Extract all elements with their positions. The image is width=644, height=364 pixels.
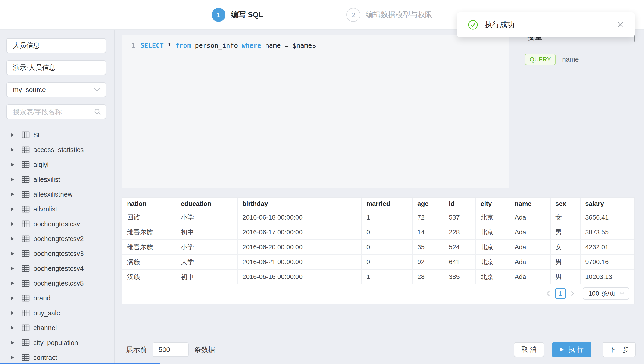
- step-write-sql[interactable]: 1 编写 SQL: [212, 8, 263, 22]
- sidebar-table-item[interactable]: allesxilistnew: [0, 187, 114, 202]
- sql-editor[interactable]: 1SELECT * from person_info where name = …: [122, 35, 509, 188]
- execute-label: 执 行: [568, 345, 584, 354]
- app-window: 1 编写 SQL 2 编辑数据模型与权限 my_source: [0, 0, 644, 364]
- sql-token: where: [242, 41, 261, 50]
- table-cell: 北京: [476, 240, 510, 255]
- caret-right-icon[interactable]: [11, 311, 14, 315]
- table-cell: 0: [362, 255, 412, 269]
- row-limit-input[interactable]: [152, 342, 189, 357]
- table-tree: SF access_statistics: [0, 127, 114, 364]
- table-cell: 2016-06-17 00:00:00: [238, 225, 362, 240]
- table-cell: 385: [444, 269, 476, 284]
- sql-token: from: [176, 41, 191, 50]
- step-1-label: 编写 SQL: [231, 10, 263, 20]
- toast-close-button[interactable]: [616, 21, 624, 29]
- caret-right-icon[interactable]: [11, 326, 14, 330]
- sidebar-table-item[interactable]: SF: [0, 127, 114, 142]
- caret-right-icon[interactable]: [11, 207, 14, 211]
- sidebar-table-item[interactable]: aiqiyi: [0, 157, 114, 172]
- caret-right-icon[interactable]: [11, 133, 14, 137]
- display-name-input[interactable]: [6, 60, 106, 75]
- table-name-label: access_statistics: [33, 146, 84, 154]
- table-icon: [22, 250, 30, 257]
- sidebar-table-item[interactable]: bochengtestcsv4: [0, 261, 114, 276]
- column-header: education: [176, 198, 238, 210]
- sidebar-table-item[interactable]: allesxilist: [0, 172, 114, 187]
- table-name-label: bochengtestcsv4: [33, 265, 84, 272]
- column-header: id: [444, 198, 476, 210]
- table-name-label: allvmlist: [33, 206, 57, 213]
- page-size-select[interactable]: 100 条/页: [583, 287, 629, 300]
- column-header: sex: [550, 198, 580, 210]
- variable-type-tag: QUERY: [525, 54, 556, 65]
- table-cell: 大学: [176, 255, 238, 269]
- sidebar: my_source: [0, 30, 114, 364]
- search-icon: [94, 108, 101, 116]
- table-cell: 北京: [476, 269, 510, 284]
- next-page-button[interactable]: [568, 288, 577, 299]
- caret-right-icon[interactable]: [11, 192, 14, 196]
- pagination: 1 100 条/页: [544, 287, 629, 300]
- table-row: 维吾尔族小学2016-06-20 00:00:00035524北京Ada女423…: [122, 240, 634, 255]
- execute-button[interactable]: 执 行: [552, 342, 592, 357]
- next-step-button[interactable]: 下一步: [602, 342, 636, 357]
- column-header: married: [362, 198, 412, 210]
- prev-page-button[interactable]: [544, 288, 553, 299]
- table-cell: 2016-06-21 00:00:00: [238, 255, 362, 269]
- results-card: nation education birthday married age id: [122, 197, 634, 304]
- table-cell: 14: [412, 225, 444, 240]
- table-cell: 28: [412, 269, 444, 284]
- caret-right-icon[interactable]: [11, 177, 14, 181]
- sidebar-table-item[interactable]: brand: [0, 291, 114, 306]
- table-cell: 男: [550, 255, 580, 269]
- caret-right-icon[interactable]: [11, 281, 14, 285]
- sidebar-table-item[interactable]: contract: [0, 350, 114, 364]
- sidebar-table-item[interactable]: access_statistics: [0, 142, 114, 157]
- chevron-right-icon: [570, 290, 575, 297]
- sidebar-table-item[interactable]: allvmlist: [0, 202, 114, 217]
- table-cell: 男: [550, 269, 580, 284]
- caret-right-icon[interactable]: [11, 162, 14, 167]
- table-name-label: bochengtestcsv5: [33, 280, 84, 287]
- datasource-select[interactable]: my_source: [6, 82, 106, 97]
- current-page-button[interactable]: 1: [555, 288, 566, 299]
- cancel-button[interactable]: 取 消: [514, 342, 544, 357]
- chevron-left-icon: [546, 290, 550, 297]
- caret-right-icon[interactable]: [11, 222, 14, 226]
- variable-item[interactable]: QUERY name: [525, 52, 579, 67]
- horizontal-scrollbar-thumb[interactable]: [0, 362, 160, 364]
- caret-right-icon[interactable]: [11, 252, 14, 256]
- sidebar-table-item[interactable]: bochengtestcsv5: [0, 276, 114, 291]
- table-icon: [22, 295, 30, 302]
- table-name-label: contract: [33, 354, 57, 361]
- caret-right-icon[interactable]: [11, 148, 14, 152]
- table-icon: [22, 309, 30, 316]
- sidebar-table-item[interactable]: city_population: [0, 335, 114, 350]
- sidebar-table-item[interactable]: bochengtestcsv3: [0, 246, 114, 261]
- table-name-label: bochengtestcsv3: [33, 250, 84, 258]
- table-cell: Ada: [510, 210, 550, 225]
- table-row: 汉族初中2016-06-16 00:00:00128385北京Ada男10203…: [122, 269, 634, 284]
- table-cell: 72: [412, 210, 444, 225]
- sidebar-table-item[interactable]: buy_sale: [0, 306, 114, 320]
- table-icon: [22, 280, 30, 287]
- table-cell: 回族: [122, 210, 176, 225]
- step-edit-model[interactable]: 2 编辑数据模型与权限: [346, 8, 432, 22]
- table-icon: [22, 146, 30, 153]
- variable-name: name: [562, 56, 579, 63]
- model-name-input[interactable]: [6, 38, 106, 53]
- caret-right-icon[interactable]: [11, 266, 14, 271]
- caret-right-icon[interactable]: [11, 340, 14, 345]
- sidebar-table-item[interactable]: channel: [0, 320, 114, 335]
- sidebar-table-item[interactable]: bochengtestcsv2: [0, 231, 114, 246]
- sidebar-table-item[interactable]: bochengtestcsv: [0, 217, 114, 231]
- table-icon: [22, 176, 30, 183]
- caret-right-icon[interactable]: [11, 237, 14, 241]
- table-cell: 汉族: [122, 269, 176, 284]
- caret-right-icon[interactable]: [11, 355, 14, 359]
- table-name-label: allesxilist: [33, 176, 60, 184]
- search-input[interactable]: [6, 104, 106, 119]
- table-name-label: buy_sale: [33, 309, 60, 317]
- stepper: 1 编写 SQL 2 编辑数据模型与权限: [212, 8, 433, 22]
- caret-right-icon[interactable]: [11, 296, 14, 300]
